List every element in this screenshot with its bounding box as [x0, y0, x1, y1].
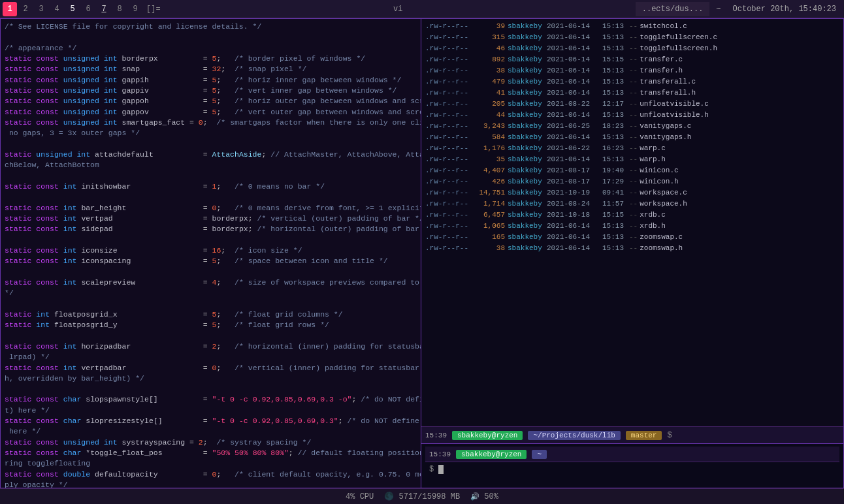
code-line: static const int initshowbar = 1; /* 0 m…	[5, 181, 417, 192]
tab-4[interactable]: 4	[50, 2, 64, 16]
editor-pane: /* See LICENSE file for copyright and li…	[0, 18, 421, 488]
tab-brackets: []=	[146, 5, 161, 14]
code-line: static const char slopresizestyle[] = "-…	[5, 416, 417, 426]
main-area: /* See LICENSE file for copyright and li…	[0, 18, 844, 488]
file-term-path: ~/Projects/dusk/lib	[528, 431, 620, 440]
code-line: static const int iconspacing = 5; /* spa…	[5, 256, 417, 266]
list-item: .rw-r--r-- 3,243 sbakkeby 2021-06-25 18:…	[421, 120, 843, 131]
code-line: static const char *toggle_float_pos = "5…	[5, 448, 417, 458]
code-line	[5, 139, 417, 150]
code-line: static const int vertpad = borderpx; /* …	[5, 213, 417, 224]
code-line	[5, 192, 417, 202]
topbar-datetime: October 20th, 15:40:23	[728, 3, 841, 15]
bottom-term-tilde: ~	[532, 450, 547, 459]
bottom-terminal: 15:39 sbakkeby@ryzen ~ $	[421, 443, 843, 488]
code-line: static const int vertpadbar = 0; /* vert…	[5, 363, 417, 373]
code-line	[5, 331, 417, 341]
code-line	[5, 235, 417, 245]
right-pane: .rw-r--r-- 39 sbakkeby 2021-06-14 15:13 …	[421, 18, 844, 488]
list-item: .rw-r--r-- 1,714 sbakkeby 2021-08-24 11:…	[421, 198, 843, 209]
list-item: .rw-r--r-- 46 sbakkeby 2021-06-14 15:13 …	[421, 42, 843, 54]
list-item: .rw-r--r-- 584 sbakkeby 2021-06-14 15:13…	[421, 131, 843, 142]
code-line: static const unsigned int gappoh = 5; /*…	[5, 96, 417, 106]
list-item: .rw-r--r-- 44 sbakkeby 2021-06-14 15:13 …	[421, 109, 843, 120]
file-list-pane: .rw-r--r-- 39 sbakkeby 2021-06-14 15:13 …	[421, 19, 843, 426]
code-line: static const int horizpadbar = 2; /* hor…	[5, 341, 417, 352]
code-line: static const unsigned int gappov = 5; /*…	[5, 107, 417, 118]
status-vol-value: 50%	[484, 492, 498, 501]
topbar-vi-label: vi	[393, 5, 402, 14]
list-item: .rw-r--r-- 426 sbakkeby 2021-08-17 17:29…	[421, 176, 843, 187]
list-item: .rw-r--r-- 6,457 sbakkeby 2021-10-18 15:…	[421, 209, 843, 220]
code-line: static const unsigned int borderpx = 5; …	[5, 54, 417, 64]
list-item: .rw-r--r-- 38 sbakkeby 2021-06-14 15:13 …	[421, 242, 843, 253]
code-line: */	[5, 288, 417, 298]
code-line: static const unsigned int gappiv = 5; /*…	[5, 86, 417, 96]
tab-9[interactable]: 9	[128, 2, 142, 16]
code-line: no gaps, 3 = 3x outer gaps */	[5, 128, 417, 138]
list-item: .rw-r--r-- 892 sbakkeby 2021-06-14 15:15…	[421, 54, 843, 65]
code-line: t) here */	[5, 405, 417, 416]
code-line	[5, 299, 417, 309]
status-mem-value: 5717/15998 MB	[398, 492, 460, 501]
file-term-dollar: $	[667, 431, 672, 440]
code-line: ring togglefloating	[5, 458, 417, 469]
tab-6[interactable]: 6	[81, 2, 95, 16]
list-item: .rw-r--r-- 4,407 sbakkeby 2021-08-17 19:…	[421, 165, 843, 176]
list-item: .rw-r--r-- 35 sbakkeby 2021-06-14 15:13 …	[421, 153, 843, 165]
topbar-tilde: ~	[709, 3, 727, 15]
file-terminal-bar: 15:39 sbakkeby@ryzen ~/Projects/dusk/lib…	[421, 426, 843, 443]
list-item: .rw-r--r-- 14,751 sbakkeby 2021-10-19 09…	[421, 187, 843, 198]
bottom-dollar-prompt: $	[429, 465, 444, 474]
list-item: .rw-r--r-- 41 sbakkeby 2021-06-14 15:13 …	[421, 87, 843, 98]
code-line: static const unsigned int snap = 32; /* …	[5, 64, 417, 74]
code-line	[5, 32, 417, 42]
status-cpu: 4% CPU	[346, 492, 374, 501]
code-line: chBelow, AttachBottom	[5, 160, 417, 170]
bottom-term-time: 15:39	[429, 450, 451, 458]
list-item: .rw-r--r-- 38 sbakkeby 2021-06-14 15:13 …	[421, 65, 843, 76]
code-line: static const char slopspawnstyle[] = "-t…	[5, 394, 417, 405]
code-line: static unsigned int attachdefault = Atta…	[5, 150, 417, 160]
code-line: static const int scalepreview = 4; /* si…	[5, 277, 417, 288]
status-vol: 🔊 50%	[470, 492, 498, 501]
statusbar: 4% CPU 🌑 5717/15998 MB 🔊 50%	[0, 488, 844, 504]
code-line	[5, 384, 417, 394]
file-term-time: 15:39	[425, 432, 447, 439]
code-line: static const int sidepad = borderpx; /* …	[5, 224, 417, 234]
tab-1[interactable]: 1	[3, 2, 17, 16]
file-term-prompt: sbakkeby@ryzen	[452, 431, 523, 440]
list-item: .rw-r--r-- 1,065 sbakkeby 2021-06-14 15:…	[421, 220, 843, 231]
list-item: .rw-r--r-- 1,176 sbakkeby 2021-06-22 16:…	[421, 142, 843, 153]
tab-5[interactable]: 5	[65, 2, 80, 16]
cursor	[438, 465, 444, 474]
code-line: /* appearance */	[5, 43, 417, 54]
code-line: static int floatposgrid_x = 5; /* float …	[5, 309, 417, 320]
tab-8[interactable]: 8	[112, 2, 127, 16]
topbar-path: ..ects/dus...	[636, 2, 710, 16]
tab-3[interactable]: 3	[34, 2, 48, 16]
tab-7[interactable]: 7	[97, 2, 111, 16]
list-item: .rw-r--r-- 479 sbakkeby 2021-06-14 15:13…	[421, 76, 843, 87]
code-line: here */	[5, 426, 417, 437]
code-line	[5, 171, 417, 181]
status-vol-icon: 🔊	[470, 493, 479, 501]
code-line: /* See LICENSE file for copyright and li…	[5, 22, 417, 32]
status-mem: 🌑 5717/15998 MB	[384, 492, 460, 501]
tab-2[interactable]: 2	[18, 2, 33, 16]
list-item: .rw-r--r-- 165 sbakkeby 2021-06-14 15:13…	[421, 231, 843, 242]
code-line: static const int bar_height = 0; /* 0 me…	[5, 203, 417, 213]
code-line: static const double defaultopacity = 0; …	[5, 469, 417, 480]
code-line: h, overridden by bar_height) */	[5, 373, 417, 384]
bottom-terminal-bar: 15:39 sbakkeby@ryzen ~	[425, 447, 839, 462]
code-line	[5, 267, 417, 277]
editor-content[interactable]: /* See LICENSE file for copyright and li…	[1, 19, 421, 488]
file-term-branch: master	[626, 431, 662, 440]
code-line: lrpad) */	[5, 352, 417, 362]
list-item: .rw-r--r-- 315 sbakkeby 2021-06-14 15:13…	[421, 31, 843, 42]
code-line: static const unsigned int smartgaps_fact…	[5, 118, 417, 128]
list-item: .rw-r--r-- 39 sbakkeby 2021-06-14 15:13 …	[421, 20, 843, 31]
code-line: static int floatposgrid_y = 5; /* float …	[5, 320, 417, 330]
bottom-term-prompt: sbakkeby@ryzen	[456, 450, 527, 459]
code-line: static const unsigned int gappih = 5; /*…	[5, 75, 417, 86]
